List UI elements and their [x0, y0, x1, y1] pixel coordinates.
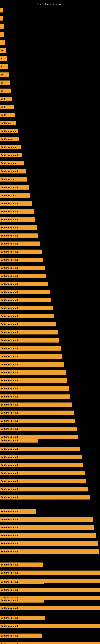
- bar-item: Bottleneck result: [0, 234, 38, 238]
- bar-label: Bottleneck resu: [0, 193, 30, 198]
- bar-label: Bottleneck result: [0, 362, 64, 367]
- bar-label: Bottleneck result: [0, 455, 82, 459]
- bar-item: Bottleneck resu: [0, 193, 30, 198]
- bar-item: Bottleneck result: [0, 525, 94, 530]
- bar-item: Bottleneck resu: [0, 161, 24, 166]
- bar-label: Bottleneck result: [0, 378, 67, 383]
- bar-label: Bottleneck result: [0, 266, 45, 270]
- bar-item: Bo: [0, 72, 9, 77]
- bar-item: Bottleneck result: [0, 266, 45, 270]
- bar-item: Bottleneck result: [0, 250, 42, 254]
- bar-item: Bottleneck result: [0, 217, 35, 222]
- bar-item: Bottleneck result: [0, 570, 100, 575]
- bar-label: Bottleneck resu: [0, 145, 21, 149]
- bar-item: Bottleneck result: [0, 533, 96, 538]
- bar-item: Bottleneck result: [0, 624, 100, 628]
- bar-label: [0, 40, 5, 45]
- bar-label: Bottlenec: [0, 121, 16, 125]
- bar-label: Bottleneck result: [0, 314, 54, 318]
- bar-label: Bottleneck result: [0, 634, 42, 638]
- bar-label: Bo: [0, 48, 6, 53]
- bar-item: Bottlenec: [0, 121, 16, 125]
- bar-label: Bottleneck result: [0, 616, 45, 620]
- bar-item: Bottleneck result: [0, 642, 100, 644]
- bar-label: Bottleneck result: [0, 201, 32, 206]
- bar-item: Bott: [0, 105, 14, 109]
- bar-item: Bottleneck result: [0, 226, 37, 230]
- bar-label: Bottleneck: [0, 137, 19, 141]
- bar-label: Bot: [0, 88, 11, 93]
- bar-label: B: [0, 56, 7, 61]
- bar-label: Bo: [0, 72, 9, 77]
- bar-label: Bottleneck result: [0, 153, 22, 158]
- bar-item: Bottleneck result: [0, 606, 100, 610]
- bar-label: Bottleneck result: [0, 346, 61, 350]
- bar-item: Bottl: [0, 113, 15, 117]
- bar-item: Bottleneck result: [0, 418, 75, 423]
- bar-label: B: [0, 64, 8, 69]
- bar-item: Bottleneck result: [0, 541, 98, 546]
- bar-label: Bottleneck result: [0, 471, 85, 475]
- bar-item: Bot: [0, 88, 11, 93]
- bar-label: Bottleneck result: [0, 463, 83, 467]
- bar-label: Bottleneck result: [0, 402, 72, 407]
- bar-label: Bottleneck result: [0, 624, 100, 628]
- bar-label: Bottleneck result: [0, 447, 80, 451]
- bar-label: Bottleneck result: [0, 588, 100, 592]
- bar-item: Bottleneck result: [0, 370, 66, 375]
- bar-label: Bottleneck result: [0, 533, 96, 538]
- bar-item: Bottleneck result: [0, 438, 38, 442]
- bar-label: Bo: [0, 80, 10, 85]
- bar-label: Bottleneck result: [0, 642, 100, 644]
- bar-item: Bottleneck result: [0, 517, 93, 522]
- bar-item: Bottleneck result: [0, 282, 48, 286]
- bar-label: Bottleneck result: [0, 217, 35, 222]
- bar-label: Bottleneck result: [0, 525, 94, 530]
- bar-item: Bottleneck result: [0, 201, 32, 206]
- bar-label: Bottleneck result: [0, 370, 66, 375]
- bar-item: Bo: [0, 48, 6, 53]
- bar-item: Bottleneck result: [0, 274, 47, 278]
- bar-label: Bottleneck result: [0, 550, 99, 554]
- bar-label: Bottleneck result: [0, 479, 86, 484]
- bar-item: Bottleneck: [0, 137, 19, 141]
- bar-label: Bottleneck result: [0, 394, 70, 399]
- bar-label: Bottleneck result: [0, 606, 100, 610]
- bar-item: Bottleneck re: [0, 177, 27, 182]
- site-title: TheBottlenecker.com: [0, 1, 100, 8]
- bar-item: Bottleneck result: [0, 550, 99, 554]
- bar-label: [0, 24, 3, 28]
- bar-label: Bottleneck re: [0, 177, 27, 182]
- bar-item: Bottleneck result: [0, 394, 70, 399]
- bar-item: Bottleneck result: [0, 598, 44, 602]
- bar-item: [0, 16, 3, 20]
- bar-item: Bottleneck result: [0, 185, 29, 190]
- bar-item: Bottleneck res: [0, 129, 18, 133]
- bar-label: Bottleneck result: [0, 298, 51, 302]
- bar-label: Bottleneck result: [0, 282, 48, 286]
- bar-label: Bottleneck result: [0, 209, 34, 214]
- bar-label: Bottleneck result: [0, 495, 90, 500]
- bar-item: Bottleneck result: [0, 169, 26, 174]
- bar-label: Bottleneck result: [0, 306, 53, 310]
- bar-item: [0, 24, 3, 28]
- bar-item: Bottleneck result: [0, 427, 77, 431]
- bar-item: Bottleneck result: [0, 402, 72, 407]
- bar-item: Bottleneck result: [0, 634, 42, 638]
- bar-label: Bottleneck result: [0, 258, 43, 262]
- bar-label: Bott: [0, 96, 12, 101]
- bar-label: Bott: [0, 105, 14, 109]
- bar-label: Bottleneck result: [0, 418, 75, 423]
- bar-item: Bottleneck result: [0, 479, 86, 484]
- bar-label: Bottl: [0, 113, 15, 117]
- bar-item: Bottleneck result: [0, 306, 53, 310]
- bar-label: Bottleneck result: [0, 250, 42, 254]
- bar-label: Bottleneck res: [0, 129, 18, 133]
- bar-label: Bottleneck result: [0, 354, 62, 359]
- bar-label: Bottleneck result: [0, 580, 44, 584]
- bar-item: B: [0, 64, 8, 69]
- bar-label: Bottleneck result: [0, 410, 74, 415]
- bar-item: Bottleneck result: [0, 322, 56, 326]
- bar-item: Bottleneck result: [0, 588, 100, 592]
- bar-item: Bottleneck result: [0, 258, 43, 262]
